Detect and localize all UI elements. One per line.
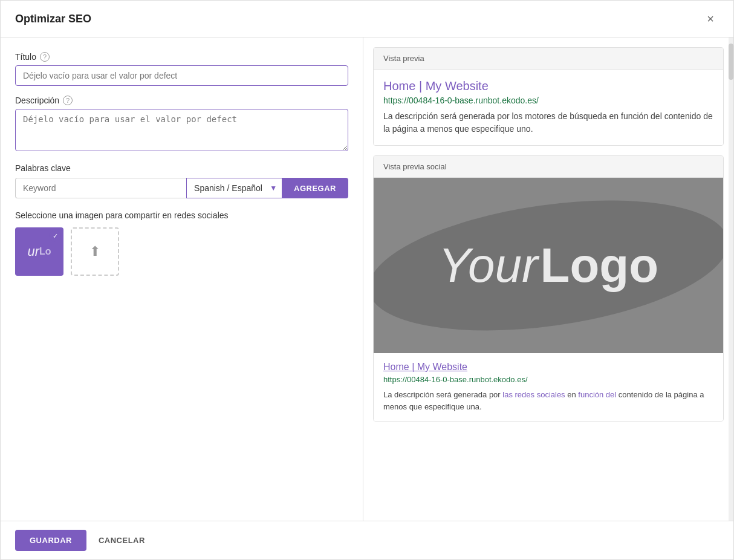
logo-lo-text: Lo [39,246,51,257]
social-preview-section: Vista previa social Your Logo Home | My … [373,155,724,422]
keywords-row: Spanish / Español ▼ AGREGAR [15,178,348,198]
social-description: La descripción será generada por las red… [383,389,713,412]
titulo-input[interactable] [15,65,348,86]
language-select-wrapper: Spanish / Español ▼ [186,178,282,198]
social-preview-image: Your Logo [374,178,723,353]
search-preview-section: Vista previa Home | My Website https://0… [373,47,724,146]
images-row: ur Lo ✓ ⬆ [15,227,348,276]
keyword-input[interactable] [15,178,186,198]
social-desc-text2: en [565,390,579,399]
scrollbar-track[interactable] [729,37,733,521]
add-keyword-button[interactable]: AGREGAR [282,178,348,198]
logo-text: Logo [541,238,658,293]
titulo-field-label: Título ? [15,52,348,62]
social-url: https://00484-16-0-base.runbot.ekodo.es/ [383,375,713,384]
selected-image-thumb[interactable]: ur Lo ✓ [15,227,63,276]
descripcion-help-icon[interactable]: ? [63,96,73,105]
dialog-footer: GUARDAR CANCELAR [1,521,733,559]
social-logo: Your Logo [438,238,658,293]
descripcion-input[interactable] [15,109,348,151]
social-desc-text1: La descripción será generada por [383,390,502,399]
right-panel: Vista previa Home | My Website https://0… [363,37,733,521]
your-text: Your [438,238,538,293]
social-title-link[interactable]: Home | My Website [383,362,713,373]
dialog-body: Título ? Descripción ? Palabras clave Sp… [1,37,733,521]
seo-dialog: Optimizar SEO × Título ? Descripción ? P… [0,0,734,560]
keywords-label: Palabras clave [15,163,348,173]
logo-ur-text: ur [27,244,39,259]
preview-url: https://00484-16-0-base.runbot.ekodo.es/ [383,96,713,105]
social-desc-link2[interactable]: función del [578,390,616,399]
preview-description: La descripción será generada por los mot… [383,110,713,135]
upload-image-button[interactable]: ⬆ [71,227,119,276]
scrollbar-thumb[interactable] [729,44,733,80]
save-button[interactable]: GUARDAR [15,530,86,551]
social-preview-body: Home | My Website https://00484-16-0-bas… [374,353,723,421]
close-button[interactable]: × [702,10,719,27]
dialog-header: Optimizar SEO × [1,1,733,37]
titulo-help-icon[interactable]: ? [40,52,50,62]
selected-checkmark: ✓ [49,230,61,242]
social-preview-header: Vista previa social [374,156,723,178]
language-select[interactable]: Spanish / Español [186,178,282,198]
social-desc-link1[interactable]: las redes sociales [502,390,565,399]
preview-title-link[interactable]: Home | My Website [383,79,713,93]
social-image-label: Seleccione una imagen para compartir en … [15,210,348,220]
cancel-button[interactable]: CANCELAR [96,530,148,551]
preview-header: Vista previa [374,48,723,70]
preview-content: Home | My Website https://00484-16-0-bas… [374,70,723,145]
dialog-title: Optimizar SEO [15,13,91,25]
descripcion-field-label: Descripción ? [15,96,348,105]
left-panel: Título ? Descripción ? Palabras clave Sp… [1,37,363,521]
upload-icon: ⬆ [89,244,100,259]
